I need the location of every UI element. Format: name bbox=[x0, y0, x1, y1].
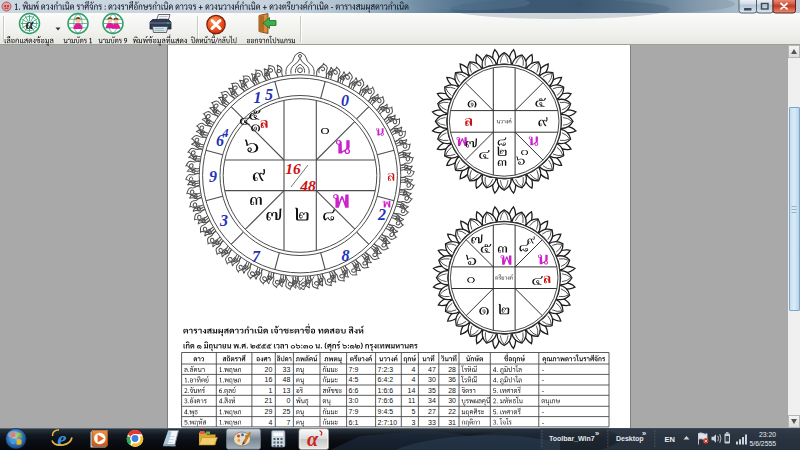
svg-text:25: 25 bbox=[283, 408, 291, 415]
svg-text:13: 13 bbox=[283, 387, 291, 394]
svg-text:20: 20 bbox=[265, 366, 273, 373]
svg-text:4: 4 bbox=[268, 419, 272, 426]
svg-text:4:5: 4:5 bbox=[349, 376, 359, 383]
svg-text:22: 22 bbox=[448, 408, 456, 415]
svg-text:4: 4 bbox=[411, 366, 415, 373]
svg-text:11: 11 bbox=[408, 397, 415, 404]
svg-text:0: 0 bbox=[341, 92, 349, 109]
svg-text:9:4:5: 9:4:5 bbox=[378, 408, 394, 415]
svg-text:30: 30 bbox=[448, 397, 456, 404]
svg-text:7:2:3: 7:2:3 bbox=[378, 366, 394, 373]
svg-text:0: 0 bbox=[286, 397, 290, 404]
svg-text:3: 3 bbox=[219, 212, 228, 229]
svg-text:-: - bbox=[542, 387, 545, 394]
svg-text:4: 4 bbox=[411, 376, 415, 383]
svg-text:7:9: 7:9 bbox=[349, 408, 359, 415]
svg-text:4: 4 bbox=[222, 126, 229, 140]
svg-text:1: 1 bbox=[268, 387, 272, 394]
svg-text:1: 1 bbox=[254, 89, 262, 106]
svg-text:3:0: 3:0 bbox=[349, 397, 359, 404]
svg-text:α: α bbox=[26, 17, 34, 32]
svg-text:6:4:2: 6:4:2 bbox=[378, 376, 394, 383]
svg-text:33: 33 bbox=[428, 419, 436, 426]
svg-text:7: 7 bbox=[252, 248, 261, 265]
svg-text:3: 3 bbox=[411, 419, 415, 426]
svg-text:14: 14 bbox=[408, 387, 416, 394]
svg-text:2: 2 bbox=[377, 206, 386, 223]
svg-text:16: 16 bbox=[285, 160, 301, 177]
svg-text:5: 5 bbox=[411, 408, 415, 415]
svg-text:-: - bbox=[542, 419, 545, 426]
svg-text:48: 48 bbox=[299, 177, 316, 194]
svg-text:Desktop: Desktop bbox=[616, 435, 644, 443]
svg-text:16: 16 bbox=[265, 376, 273, 383]
svg-text:9: 9 bbox=[209, 168, 217, 185]
svg-text:8: 8 bbox=[342, 247, 350, 264]
svg-text:Toolbar_Win7: Toolbar_Win7 bbox=[549, 435, 595, 442]
svg-text:35: 35 bbox=[428, 387, 436, 394]
svg-text:34: 34 bbox=[428, 397, 436, 404]
svg-text:2:7:10: 2:7:10 bbox=[378, 419, 398, 426]
svg-text:-: - bbox=[542, 366, 545, 373]
svg-text:5/6/2555: 5/6/2555 bbox=[750, 440, 777, 447]
svg-text:31: 31 bbox=[448, 419, 456, 426]
svg-text:»: » bbox=[595, 429, 599, 438]
svg-text:48: 48 bbox=[283, 376, 291, 383]
svg-text:6:6: 6:6 bbox=[349, 387, 359, 394]
svg-text:29: 29 bbox=[265, 408, 273, 415]
svg-text:28: 28 bbox=[448, 387, 456, 394]
svg-text:1:6:6: 1:6:6 bbox=[378, 387, 394, 394]
svg-text:36: 36 bbox=[448, 376, 456, 383]
svg-text:23:20: 23:20 bbox=[759, 431, 776, 438]
svg-text:47: 47 bbox=[428, 366, 436, 373]
svg-text:28: 28 bbox=[448, 366, 456, 373]
svg-text:7:9: 7:9 bbox=[349, 366, 359, 373]
svg-text:6:1: 6:1 bbox=[349, 419, 359, 426]
svg-text:7: 7 bbox=[286, 419, 290, 426]
svg-text:5: 5 bbox=[265, 86, 273, 103]
svg-text:7:6:6: 7:6:6 bbox=[378, 397, 394, 404]
svg-text:-: - bbox=[542, 408, 545, 415]
svg-text:33: 33 bbox=[283, 366, 291, 373]
svg-text:α: α bbox=[307, 428, 319, 450]
svg-text:30: 30 bbox=[428, 376, 436, 383]
svg-text:-: - bbox=[542, 376, 545, 383]
svg-text:21: 21 bbox=[265, 397, 273, 404]
svg-text:EN: EN bbox=[665, 435, 675, 444]
svg-text:»: » bbox=[642, 429, 646, 438]
svg-text:27: 27 bbox=[428, 408, 436, 415]
